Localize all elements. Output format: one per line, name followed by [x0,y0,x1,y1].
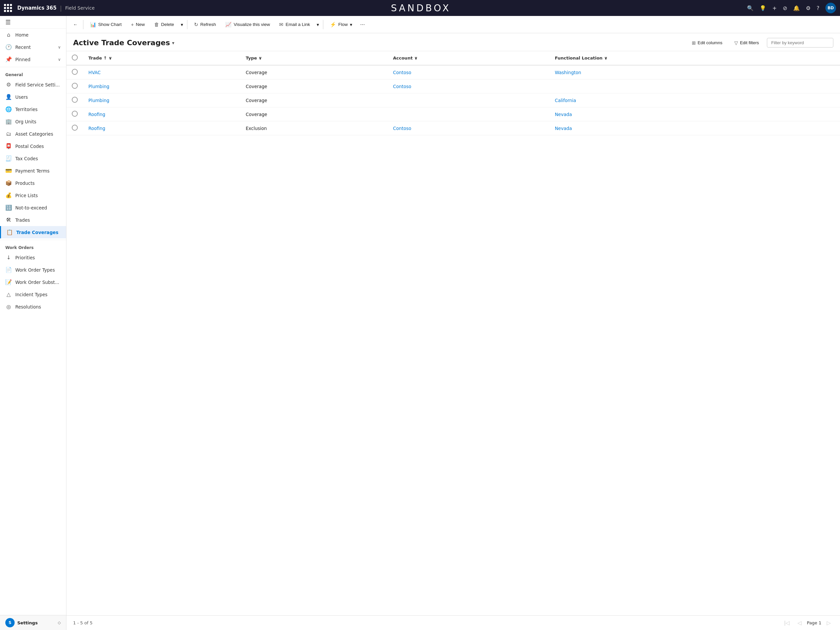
func-loc-cell: Nevada [549,121,840,135]
delete-dropdown-button[interactable]: ▾ [179,19,185,30]
select-all-checkbox[interactable] [72,54,78,60]
sidebar-item-trades[interactable]: 🛠 Trades [0,214,66,226]
sidebar-item-field-service-settings[interactable]: ⚙ Field Service Setti... [0,78,66,91]
edit-columns-label: Edit columns [698,40,722,45]
sidebar-item-resolutions[interactable]: ◎ Resolutions [0,301,66,313]
type-column-header[interactable]: Type ∨ [240,51,387,65]
visualize-button[interactable]: 📈 Visualize this view [221,19,274,30]
func-loc-col-dropdown[interactable]: ∨ [604,55,608,60]
sidebar-bottom[interactable]: S Settings ◇ [0,615,66,630]
next-page-button[interactable]: ▷ [824,618,833,627]
flow-button[interactable]: ⚡ Flow ▾ [326,19,356,30]
sidebar-item-incident-types[interactable]: △ Incident Types [0,288,66,301]
row-4-checkbox[interactable] [72,111,78,117]
sidebar-item-work-order-types[interactable]: 📄 Work Order Types [0,264,66,276]
sidebar-item-home[interactable]: ⌂ Home [0,28,66,41]
new-button[interactable]: + New [127,19,149,30]
sidebar-item-recent[interactable]: 🕐 Recent ∨ [0,41,66,53]
row-2-checkbox[interactable] [72,83,78,89]
func-loc-cell: Washington [549,65,840,79]
table-row: Plumbing Coverage California [66,93,840,108]
sidebar-item-territories[interactable]: 🌐 Territories [0,103,66,116]
bell-icon[interactable]: 🔔 [793,5,800,11]
filter-icon[interactable]: ⊘ [783,5,787,11]
page-number: Page 1 [807,621,821,625]
price-lists-icon: 💰 [5,192,12,198]
account-col-dropdown[interactable]: ∨ [414,55,418,60]
pagination-range: 1 - 5 of 5 [73,621,93,625]
edit-columns-button[interactable]: ⊞ Edit columns [688,38,726,47]
edit-filters-button[interactable]: ▽ Edit filters [730,38,763,47]
sidebar-item-price-lists[interactable]: 💰 Price Lists [0,189,66,201]
contoso-account-link-1[interactable]: Contoso [393,70,411,75]
view-title-dropdown[interactable]: ▾ [172,40,174,46]
prev-page-button[interactable]: ◁ [795,618,804,627]
contoso-account-link-3[interactable]: Contoso [393,126,411,131]
org-units-icon: 🏢 [5,118,12,125]
recent-expand-icon[interactable]: ∨ [58,45,61,49]
app-name[interactable]: Field Service [65,5,95,11]
roofing-trade-link-1[interactable]: Roofing [88,112,105,117]
sidebar-item-not-to-exceed[interactable]: 🔢 Not-to-exceed [0,201,66,214]
show-chart-button[interactable]: 📊 Show Chart [86,19,126,30]
filter-keyword-input[interactable] [767,38,833,47]
first-page-button[interactable]: |◁ [782,618,792,627]
add-icon[interactable]: + [772,5,777,11]
delete-button[interactable]: 🗑 Delete [150,19,178,30]
sidebar-item-asset-categories[interactable]: 🗂 Asset Categories [0,128,66,140]
row-1-checkbox[interactable] [72,69,78,75]
sidebar-item-priorities[interactable]: ↓ Priorities [0,251,66,264]
email-dropdown-button[interactable]: ▾ [315,19,321,30]
delete-label: Delete [161,22,174,27]
account-column-header[interactable]: Account ∨ [388,51,549,65]
func-loc-cell: California [549,93,840,108]
dynamics-brand[interactable]: Dynamics 365 [17,5,57,11]
recent-icon: 🕐 [5,44,12,50]
settings-icon[interactable]: ⚙ [806,5,810,11]
row-3-checkbox[interactable] [72,97,78,103]
sidebar-item-work-order-subst[interactable]: 📝 Work Order Subst... [0,276,66,288]
washington-location-link[interactable]: Washington [555,70,581,75]
type-col-dropdown[interactable]: ∨ [259,55,262,60]
help-icon[interactable]: ? [817,5,820,11]
back-button[interactable]: ← [71,19,81,30]
type-cell: Coverage [240,65,387,79]
home-icon: ⌂ [5,32,12,38]
nevada-location-link-1[interactable]: Nevada [555,112,572,117]
plumbing-trade-link-2[interactable]: Plumbing [88,98,109,103]
pinned-expand-icon[interactable]: ∨ [58,57,61,62]
sidebar-item-products[interactable]: 📦 Products [0,177,66,189]
environment-title: SANDBOX [100,3,742,14]
sidebar-item-users[interactable]: 👤 Users [0,91,66,103]
email-link-button[interactable]: ✉ Email a Link [275,19,314,30]
row-5-checkbox[interactable] [72,125,78,131]
trade-column-header[interactable]: Trade ↑ ∨ [83,51,240,65]
sidebar-item-payment-terms[interactable]: 💳 Payment Terms [0,165,66,177]
sidebar-item-trade-coverages[interactable]: 📋 Trade Coverages [0,226,66,238]
table-row: Plumbing Coverage Contoso [66,79,840,93]
sidebar-toggle[interactable]: ☰ [4,17,12,27]
plumbing-trade-link-1[interactable]: Plumbing [88,84,109,89]
nevada-location-link-2[interactable]: Nevada [555,126,572,131]
search-icon[interactable]: 🔍 [747,5,753,11]
user-avatar[interactable]: BD [826,3,836,13]
sidebar-divider-1 [0,67,66,67]
sidebar-item-postal-codes[interactable]: 📮 Postal Codes [0,140,66,152]
sidebar-item-org-units[interactable]: 🏢 Org Units [0,116,66,128]
refresh-button[interactable]: ↻ Refresh [190,19,220,30]
lightbulb-icon[interactable]: 💡 [759,5,766,11]
back-icon: ← [73,22,78,27]
roofing-trade-link-2[interactable]: Roofing [88,126,105,131]
functional-location-column-header[interactable]: Functional Location ∨ [549,51,840,65]
sidebar-item-tax-codes[interactable]: 🧾 Tax Codes [0,152,66,165]
more-button[interactable]: ⋯ [358,19,368,30]
row-checkbox-cell [66,108,83,121]
trade-col-dropdown[interactable]: ∨ [109,55,112,60]
sidebar-item-pinned[interactable]: 📌 Pinned ∨ [0,53,66,65]
california-location-link[interactable]: California [555,98,576,103]
hvac-trade-link[interactable]: HVAC [88,70,101,75]
waffle-menu[interactable] [4,4,12,12]
pagination-controls: |◁ ◁ Page 1 ▷ [782,618,833,627]
settings-diamond-icon[interactable]: ◇ [58,621,61,625]
contoso-account-link-2[interactable]: Contoso [393,84,411,89]
